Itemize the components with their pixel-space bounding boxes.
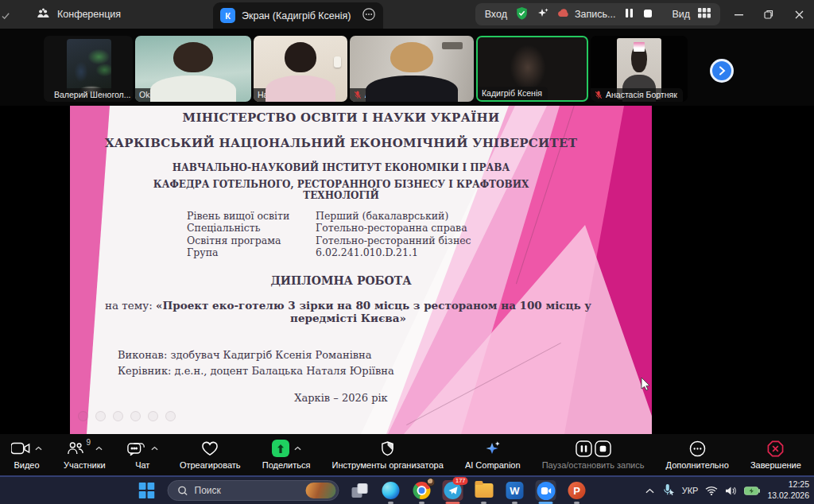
search-spotlight-image[interactable] bbox=[306, 483, 336, 498]
participant-name-label: Анастасія Карченя bbox=[350, 88, 443, 102]
view-grid-icon[interactable] bbox=[698, 8, 711, 21]
more-button[interactable]: Дополнительно bbox=[666, 440, 729, 470]
muted-mic-icon bbox=[354, 91, 362, 99]
video-button[interactable]: Видео bbox=[11, 440, 42, 470]
react-button[interactable]: Отреагировать bbox=[180, 440, 241, 470]
tray-date: 13.02.2026 bbox=[767, 490, 809, 502]
end-meeting-icon bbox=[767, 440, 784, 457]
tray-chevron-icon[interactable] bbox=[645, 488, 654, 494]
titlebar-controls: Вход Запись... Вид bbox=[475, 3, 720, 25]
record-status-label: Запись... bbox=[575, 9, 615, 20]
tab-screen-share[interactable]: К Экран (Кадигріб Ксенія) bbox=[213, 2, 383, 29]
chevron-up-icon bbox=[151, 446, 158, 451]
participant-tile[interactable]: Анастасія Бортняк bbox=[591, 36, 688, 102]
participant-tile[interactable]: Oksana Davydova bbox=[135, 36, 251, 102]
chevron-up-icon bbox=[35, 446, 42, 451]
signin-button[interactable]: Вход bbox=[485, 9, 507, 20]
clock[interactable]: 12:25 13.02.2026 bbox=[767, 479, 809, 501]
ai-companion-icon bbox=[484, 440, 502, 457]
slide-institute: НАВЧАЛЬНО-НАУКОВИЙ ІНСТИТУТ ЕКОНОМІКИ І … bbox=[99, 162, 583, 173]
shield-icon bbox=[381, 441, 394, 456]
chrome-profile-avatar bbox=[427, 478, 436, 487]
close-button[interactable] bbox=[784, 0, 814, 29]
slide-university: ХАРКІВСЬКИЙ НАЦІОНАЛЬНИЙ ЕКОНОМІЧНИЙ УНІ… bbox=[99, 136, 583, 150]
recording-controls: Запись... bbox=[557, 8, 653, 21]
zoom-app-icon[interactable] bbox=[536, 480, 556, 501]
participants-count: 9 bbox=[87, 438, 91, 447]
screen-share-avatar: К bbox=[220, 8, 235, 23]
speaker-icon[interactable] bbox=[725, 486, 737, 496]
minimize-button[interactable] bbox=[723, 0, 754, 29]
slide-supervisor: Керівник: д.е.н., доцент Балацька Наталя… bbox=[118, 365, 394, 377]
ai-sparkle-icon[interactable] bbox=[537, 7, 549, 22]
slide-ministry: МІНІСТЕРСТВО ОСВІТИ І НАУКИ УКРАЇНИ bbox=[99, 110, 583, 125]
ceiling-fixture bbox=[442, 42, 463, 49]
muted-mic-icon bbox=[595, 91, 603, 99]
slide-credentials: Рівень вищої освітиПерший (бакалаврський… bbox=[187, 210, 522, 258]
host-tools-button[interactable]: Инструменты организатора bbox=[332, 440, 444, 470]
participant-name-label: Oksana Davydova bbox=[135, 88, 213, 102]
participants-button[interactable]: 9 Участники bbox=[64, 440, 106, 470]
tray-time: 12:25 bbox=[767, 479, 809, 490]
pause-record-icon[interactable] bbox=[625, 8, 634, 21]
system-tray: УКР 12:25 13.02.2026 bbox=[645, 477, 809, 504]
share-button[interactable]: Поделиться bbox=[262, 440, 311, 470]
share-screen-icon bbox=[272, 440, 289, 457]
wifi-icon[interactable] bbox=[705, 486, 718, 495]
participant-name-label: Анастасія Бортняк bbox=[591, 88, 683, 102]
camera-icon bbox=[11, 442, 30, 455]
telegram-icon[interactable]: 177 bbox=[443, 480, 463, 501]
participant-tile[interactable]: Наталя Балацька bbox=[254, 36, 347, 102]
chat-icon bbox=[127, 441, 146, 456]
tab-screen-label: Экран (Кадигріб Ксенія) bbox=[242, 10, 351, 21]
participant-tile-active-speaker[interactable]: Кадигріб Ксенія bbox=[476, 36, 588, 102]
zoom-title-bar: Конференция К Экран (Кадигріб Ксенія) Вх… bbox=[0, 0, 814, 29]
start-button[interactable] bbox=[137, 480, 157, 501]
chevron-up-icon bbox=[95, 446, 103, 451]
tab-options-icon[interactable] bbox=[362, 7, 376, 25]
battery-icon[interactable] bbox=[744, 487, 760, 495]
word-icon[interactable]: W bbox=[505, 480, 525, 501]
slide-department: КАФЕДРА ГОТЕЛЬНОГО, РЕСТОРАННОГО БІЗНЕСУ… bbox=[146, 179, 536, 201]
participant-filmstrip: Валерий Шеногол... Oksana Davydova Натал… bbox=[0, 29, 814, 106]
ai-companion-button[interactable]: AI Companion bbox=[465, 440, 521, 470]
slideshow-controls[interactable] bbox=[78, 411, 176, 421]
tab-conference[interactable]: Конференция bbox=[29, 0, 129, 29]
search-placeholder: Поиск bbox=[195, 485, 221, 496]
corner-check-icon bbox=[2, 10, 10, 24]
record-cloud-icon bbox=[557, 9, 570, 20]
windows-taskbar: Поиск 177 W P bbox=[0, 475, 814, 504]
participant-tile[interactable]: Анастасія Карченя bbox=[350, 36, 474, 102]
shared-presentation-slide: МІНІСТЕРСТВО ОСВІТИ І НАУКИ УКРАЇНИ ХАРК… bbox=[70, 106, 652, 434]
stop-record-icon[interactable] bbox=[643, 9, 653, 21]
slide-work-type: ДИПЛОМНА РОБОТА bbox=[99, 274, 583, 287]
edge-icon[interactable] bbox=[381, 480, 401, 501]
taskbar-search-input[interactable]: Поиск bbox=[168, 480, 339, 501]
chat-button[interactable]: Чат bbox=[127, 440, 158, 470]
powerpoint-icon[interactable]: P bbox=[567, 480, 587, 501]
search-icon bbox=[178, 486, 188, 496]
participant-name-label: Кадигріб Ксенія bbox=[478, 87, 548, 100]
restore-button[interactable] bbox=[754, 0, 784, 29]
task-view-button[interactable] bbox=[350, 480, 370, 501]
participant-name-label: Валерий Шеногол... bbox=[44, 88, 133, 102]
participants-icon bbox=[67, 441, 84, 456]
tab-conference-label: Конференция bbox=[57, 9, 121, 20]
screen-share-mic-icon[interactable] bbox=[661, 484, 675, 498]
chrome-icon[interactable] bbox=[412, 480, 432, 501]
slide-topic: на тему: «Проект еко-готелю 3 зірки на 8… bbox=[94, 299, 603, 324]
participant-name-label: Наталя Балацька bbox=[254, 88, 331, 102]
window-controls bbox=[723, 0, 814, 29]
end-meeting-button[interactable]: Завершение bbox=[750, 440, 801, 470]
heart-icon bbox=[201, 441, 219, 456]
pause-stop-record-button[interactable]: Пауза/остановить запись bbox=[542, 440, 645, 470]
view-button-label[interactable]: Вид bbox=[672, 9, 690, 20]
file-explorer-icon[interactable] bbox=[474, 480, 494, 501]
telegram-badge: 177 bbox=[453, 477, 468, 485]
next-participants-button[interactable] bbox=[710, 59, 734, 83]
security-shield-icon[interactable] bbox=[515, 6, 529, 23]
participant-tile[interactable]: Валерий Шеногол... bbox=[44, 36, 133, 102]
language-indicator[interactable]: УКР bbox=[682, 486, 699, 495]
zoom-toolbar: Видео 9 Участники Чат Отреагировать Поде… bbox=[0, 434, 814, 475]
chevron-up-icon bbox=[294, 446, 301, 451]
